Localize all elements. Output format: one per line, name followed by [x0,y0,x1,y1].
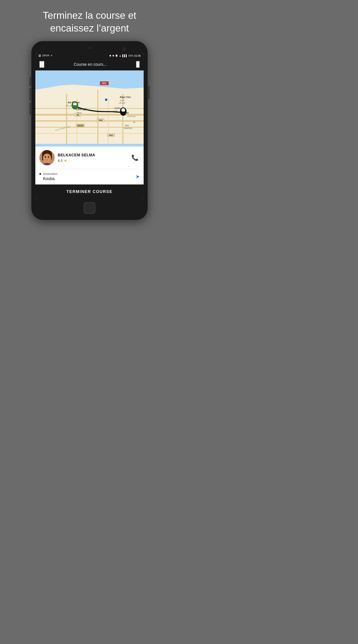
map-svg: N11 N5 N36 W133 N63 [35,70,144,146]
svg-text:مدينة الجزائر: مدينة الجزائر [127,115,136,118]
svg-point-26 [121,108,125,112]
call-button[interactable]: 📞 [130,153,140,162]
phone-icon: 📞 [131,154,139,161]
svg-text:N36: N36 [99,119,103,122]
destination-info: Destination Kouba [39,172,136,181]
volume-up-button [30,77,31,86]
app-header: ✕ Course en cours... ⌖ [35,58,144,70]
location-icon: ◉ [109,54,111,57]
notification-icon-3: ✔ [51,54,53,57]
header-title: Course en cours... [74,62,107,67]
passenger-avatar [39,150,55,165]
svg-text:Chéraga: Chéraga [76,108,87,111]
svg-text:الوسطى: الوسطى [119,102,125,104]
power-button [148,86,149,99]
dest-dot-icon [39,173,41,175]
bluetooth-icon: ◆ [112,54,114,57]
star-icon: ★ [64,158,67,162]
end-ride-button[interactable]: TERMINER COURSE [35,184,144,199]
status-bar: 🖼 DRIVR ✔ ◉ ◆ ⏰ ▲ ▌▌▌ 53% 11:16 [35,53,144,58]
speaker-dots [88,48,92,49]
svg-point-49 [45,157,46,158]
svg-text:Alger Ctre: Alger Ctre [120,96,131,98]
passenger-rating: 4.3 ★ [58,158,127,162]
svg-point-28 [105,98,108,101]
camera-button [30,103,31,115]
svg-text:شراقة: شراقة [77,112,82,114]
svg-point-48 [43,154,51,162]
passenger-card: BELKACEM SELMA 4.3 ★ 📞 [35,146,144,169]
signal-icon: ▌▌▌ [122,54,127,57]
rating-value: 4.3 [58,158,63,162]
destination-name: Kouba [43,176,136,181]
notification-icon-2: DRIVR [42,54,49,57]
alarm-icon: ⏰ [115,54,118,57]
destination-label: Destination [39,172,136,176]
svg-text:الجزائر: الجزائر [120,99,124,101]
svg-text:N63: N63 [109,134,113,136]
svg-text:El-: El- [133,122,135,124]
destination-card: Destination Kouba ➤ [35,169,144,184]
wifi-icon: ▲ [119,54,122,57]
svg-point-51 [47,158,48,159]
svg-text:Kasentina: Kasentina [124,127,132,130]
svg-text:ger: ger [125,112,129,114]
status-left-icons: 🖼 DRIVR ✔ [39,54,53,57]
home-button[interactable] [84,202,95,214]
svg-text:Aïn Benian: Aïn Benian [68,101,80,104]
close-button[interactable]: ✕ [39,61,44,68]
phone-screen: 🖼 DRIVR ✔ ◉ ◆ ⏰ ▲ ▌▌▌ 53% 11:16 ✕ Course… [35,53,144,199]
svg-point-50 [48,157,49,158]
svg-text:حيدرة: حيدرة [113,109,118,112]
svg-text:N11: N11 [102,82,107,84]
page-title: Terminez la course et encaissez l’argent [29,9,150,34]
phone-top [35,45,144,53]
phone-frame: 🖼 DRIVR ✔ ◉ ◆ ⏰ ▲ ▌▌▌ 53% 11:16 ✕ Course… [31,41,148,220]
status-right-icons: ◉ ◆ ⏰ ▲ ▌▌▌ 53% 11:16 [109,54,141,57]
svg-text:Hydra: Hydra [115,107,121,109]
navigate-icon: ➤ [136,174,140,179]
volume-down-button [30,88,31,100]
map-area: N11 N5 N36 W133 N63 [35,70,144,146]
locate-button[interactable]: ⌖ [136,61,140,68]
passenger-name: BELKACEM SELMA [58,153,127,158]
svg-text:عين بنيان: عين بنيان [66,104,72,106]
battery-label: 53% [128,54,133,57]
svg-text:W133: W133 [78,124,83,127]
navigate-button[interactable]: ➤ [136,174,140,180]
time-label: 11:16 [134,54,141,57]
phone-bottom [35,199,144,216]
svg-text:N5: N5 [77,114,79,116]
notification-icon-1: 🖼 [39,54,41,57]
front-camera [123,48,126,50]
passenger-info: BELKACEM SELMA 4.3 ★ [58,153,127,162]
svg-text:Djasr: Djasr [125,124,129,126]
